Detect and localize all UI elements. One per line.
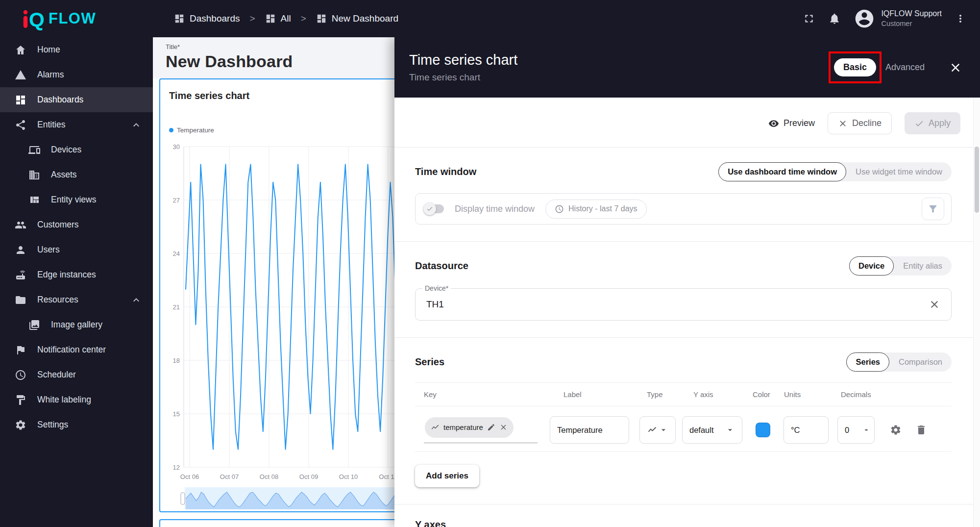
apply-check-icon bbox=[914, 119, 924, 128]
sidebar-item-alarms[interactable]: Alarms bbox=[0, 62, 153, 87]
close-icon bbox=[838, 119, 848, 128]
svg-text:30: 30 bbox=[173, 143, 180, 151]
sidebar-item-entity-views[interactable]: Entity views bbox=[0, 187, 153, 212]
close-icon bbox=[499, 423, 508, 431]
series-color-picker[interactable] bbox=[756, 423, 770, 437]
legend-label: Temperature bbox=[177, 126, 214, 134]
mode-toggle-advanced[interactable]: Advanced bbox=[876, 58, 934, 76]
spinner-down-icon[interactable] bbox=[862, 428, 870, 432]
mode-toggle-basic[interactable]: Basic bbox=[834, 58, 876, 76]
sidebar-item-notification-center[interactable]: Notification center bbox=[0, 337, 153, 362]
svg-text:Oct 06: Oct 06 bbox=[180, 473, 199, 480]
sidebar-item-devices[interactable]: Devices bbox=[0, 137, 153, 162]
config-actions-row: Preview Decline Apply bbox=[394, 98, 980, 147]
chart-legend[interactable]: Temperature bbox=[169, 126, 214, 134]
sidebar-item-label: Scheduler bbox=[37, 370, 76, 380]
sidebar-item-settings[interactable]: Settings bbox=[0, 412, 153, 437]
sidebar-item-image-gallery[interactable]: Image gallery bbox=[0, 312, 153, 337]
logo-mark-icon: Q bbox=[22, 7, 48, 30]
widget-config-panel: Time series chart Time series chart Basi… bbox=[394, 37, 980, 527]
decline-x-icon bbox=[838, 119, 848, 128]
sidebar-item-assets[interactable]: Assets bbox=[0, 162, 153, 187]
sidebar-item-scheduler[interactable]: Scheduler bbox=[0, 362, 153, 387]
sidebar-item-label: White labeling bbox=[37, 395, 91, 405]
user-name: IQFLOW Support bbox=[881, 9, 942, 19]
series-label-input[interactable]: Temperature bbox=[550, 416, 629, 444]
more-menu-button[interactable] bbox=[955, 13, 966, 25]
series-type-select[interactable] bbox=[639, 416, 676, 444]
series-label-value: Temperature bbox=[557, 426, 603, 435]
breadcrumb-item-all[interactable]: All bbox=[265, 13, 291, 24]
series-decimals-input[interactable]: 0 bbox=[837, 416, 875, 444]
sidebar-item-white-labeling[interactable]: White labeling bbox=[0, 387, 153, 412]
fullscreen-button[interactable] bbox=[803, 12, 815, 25]
history-timewindow-button[interactable]: History - last 7 days bbox=[545, 200, 646, 219]
widget-config-body: Preview Decline Apply Time window Use da… bbox=[394, 98, 980, 527]
time-window-toggle-use-dashboard-time-window[interactable]: Use dashboard time window bbox=[718, 162, 846, 181]
edge-icon bbox=[15, 269, 26, 281]
top-header: Q FLOW Dashboards>All>New Dashboard IQFL… bbox=[0, 0, 980, 37]
check-icon bbox=[914, 119, 924, 128]
series-section: Series SeriesComparison KeyLabelTypeY ax… bbox=[394, 338, 980, 504]
sidebar-item-label: Notification center bbox=[37, 345, 106, 355]
close-panel-button[interactable] bbox=[949, 61, 962, 75]
add-series-button[interactable]: Add series bbox=[415, 465, 479, 487]
series-key-field: temperature bbox=[424, 417, 538, 443]
display-time-window-toggle[interactable] bbox=[424, 204, 444, 213]
logo-text: FLOW bbox=[49, 10, 96, 27]
scrollbar-thumb[interactable] bbox=[975, 147, 979, 213]
device-field[interactable]: Device* TH1 bbox=[415, 288, 952, 321]
sidebar-item-label: Alarms bbox=[37, 70, 64, 80]
panel-header-actions: BasicAdvanced bbox=[834, 58, 962, 76]
datasource-toggle-device[interactable]: Device bbox=[849, 256, 894, 276]
apply-button[interactable]: Apply bbox=[905, 112, 960, 134]
sparkline-icon bbox=[431, 423, 440, 432]
sidebar-item-label: Devices bbox=[51, 145, 81, 155]
assets-icon bbox=[28, 169, 40, 181]
series-key-chip[interactable]: temperature bbox=[425, 417, 514, 438]
timewindow-filter-button[interactable] bbox=[922, 198, 944, 220]
breadcrumb-item-new-dashboard[interactable]: New Dashboard bbox=[316, 13, 398, 24]
notifications-button[interactable] bbox=[828, 12, 841, 25]
notification-icon bbox=[15, 344, 26, 356]
svg-text:Oct 09: Oct 09 bbox=[299, 473, 318, 480]
breadcrumb-item-dashboards[interactable]: Dashboards bbox=[174, 13, 240, 24]
sidebar-item-label: Customers bbox=[37, 220, 79, 230]
time-window-row: Display time window History - last 7 day… bbox=[415, 193, 952, 225]
decline-button[interactable]: Decline bbox=[828, 112, 892, 134]
filter-icon bbox=[928, 203, 938, 214]
sidebar-item-customers[interactable]: Customers bbox=[0, 212, 153, 237]
preview-button[interactable]: Preview bbox=[768, 118, 815, 129]
breadcrumb-separator: > bbox=[301, 13, 306, 24]
panel-scrollbar[interactable] bbox=[973, 98, 980, 527]
datasource-toggle-entity-alias[interactable]: Entity alias bbox=[894, 256, 952, 276]
datasource-section: Datasource DeviceEntity alias Device* TH… bbox=[394, 242, 980, 337]
series-toggle-series[interactable]: Series bbox=[846, 352, 889, 372]
app-root: Q FLOW Dashboards>All>New Dashboard IQFL… bbox=[0, 0, 980, 527]
time-window-toggle-use-widget-time-window[interactable]: Use widget time window bbox=[846, 162, 952, 181]
user-menu[interactable]: IQFLOW Support Customer bbox=[854, 8, 942, 29]
sidebar-item-home[interactable]: Home bbox=[0, 37, 153, 62]
series-toggle-comparison[interactable]: Comparison bbox=[889, 352, 952, 372]
edit-key-button[interactable] bbox=[487, 423, 495, 431]
scheduler-icon bbox=[15, 369, 26, 381]
account-icon bbox=[854, 8, 875, 29]
remove-key-button[interactable] bbox=[499, 423, 508, 431]
clear-device-button[interactable] bbox=[929, 299, 940, 310]
breadcrumb-label: New Dashboard bbox=[332, 13, 398, 24]
sidebar-item-dashboards[interactable]: Dashboards bbox=[0, 87, 153, 112]
series-delete-button[interactable] bbox=[915, 424, 927, 436]
sidebar-item-users[interactable]: Users bbox=[0, 237, 153, 262]
series-units-input[interactable]: °C bbox=[784, 416, 829, 444]
sidebar-item-edge-instances[interactable]: Edge instances bbox=[0, 262, 153, 287]
app-logo[interactable]: Q FLOW bbox=[22, 7, 145, 30]
time-window-heading: Time window bbox=[415, 166, 476, 177]
series-settings-button[interactable] bbox=[890, 424, 902, 436]
devices-icon bbox=[28, 144, 40, 156]
sidebar-item-resources[interactable]: Resources bbox=[0, 287, 153, 312]
svg-text:Oct 07: Oct 07 bbox=[220, 473, 239, 480]
series-yaxis-select[interactable]: default bbox=[682, 416, 742, 444]
dashboards-icon bbox=[316, 13, 327, 24]
image-gallery-icon bbox=[28, 319, 40, 331]
sidebar-item-entities[interactable]: Entities bbox=[0, 112, 153, 137]
